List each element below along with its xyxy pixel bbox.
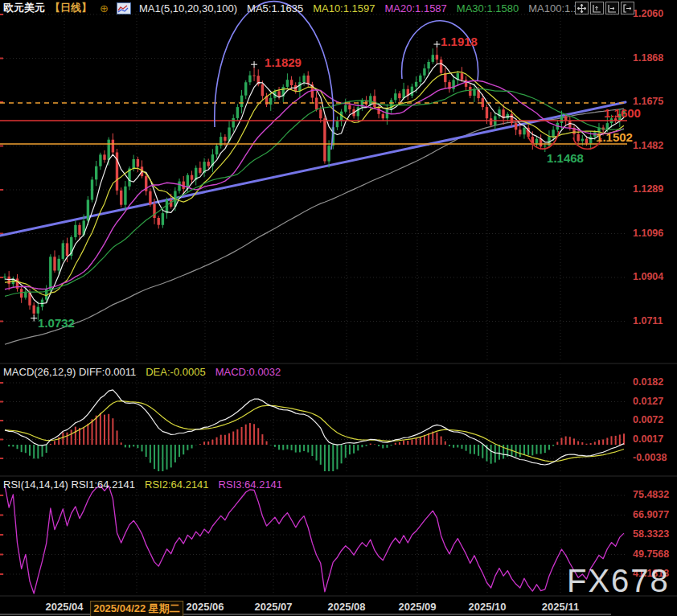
- main-chart-header: 欧元美元 【日线】 ⊕ MA1(5,10,20,30,100)MA5:1.163…: [3, 1, 585, 15]
- chart-toolbar: [575, 2, 634, 14]
- ma-legend-item: MA10:1.1597: [313, 2, 375, 14]
- macd-indicator-header: MACD(26,12,9) DIFF:0.0011DEA:-0.0005MACD…: [3, 366, 281, 378]
- ma-legend-item: MA1(5,10,20,30,100): [139, 2, 237, 14]
- fx678-watermark: FX678: [567, 563, 670, 599]
- scale-axis-icon[interactable]: [590, 2, 604, 14]
- ma-legend-item: MA20:1.1587: [385, 2, 447, 14]
- chart-style-icon[interactable]: [117, 2, 131, 14]
- ma-legend-item: MA30:1.1580: [457, 2, 519, 14]
- rsi-legend-item: RSI3:64.2141: [219, 478, 283, 491]
- period-label: 【日线】: [50, 1, 92, 15]
- scroll-right-icon[interactable]: [605, 2, 619, 14]
- symbol-title: 欧元美元: [3, 1, 45, 15]
- macd-legend-item: MACD(26,12,9) DIFF:0.0011: [3, 366, 136, 378]
- rsi-indicator-header: RSI(14,14,14) RSI1:64.2141RSI2:64.2141RS…: [3, 478, 282, 491]
- ma-legend-item: MA5:1.1635: [247, 2, 303, 14]
- rsi-legend-item: RSI2:64.2141: [145, 478, 209, 491]
- chart-canvas[interactable]: [0, 0, 677, 616]
- crosshair-icon[interactable]: [575, 2, 589, 14]
- ma-legend: MA1(5,10,20,30,100)MA5:1.1635MA10:1.1597…: [139, 2, 585, 14]
- indicator-settings-icon[interactable]: ⊕: [100, 3, 109, 14]
- macd-legend-item: DEA:-0.0005: [146, 366, 205, 378]
- exit-icon[interactable]: [621, 2, 634, 14]
- chart-style-glyph: [117, 4, 129, 13]
- rsi-legend-item: RSI(14,14,14) RSI1:64.2141: [3, 478, 135, 491]
- macd-legend-item: MACD:0.0032: [215, 366, 281, 378]
- trading-chart-window: 1.20601.18681.16751.14821.12891.10961.09…: [0, 0, 677, 616]
